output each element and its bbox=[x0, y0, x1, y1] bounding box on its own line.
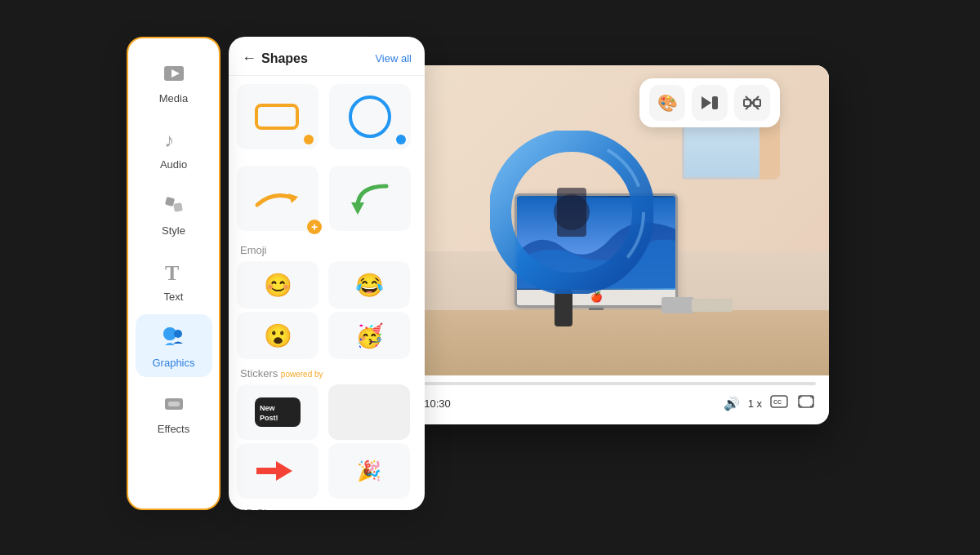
svg-marker-27 bbox=[702, 96, 711, 109]
graphics-label: Graphics bbox=[152, 357, 194, 369]
back-button[interactable]: ← bbox=[242, 50, 256, 67]
media-icon bbox=[158, 58, 189, 89]
shapes-header-left: ← Shapes bbox=[242, 50, 308, 67]
shapes-arrows-grid: + bbox=[229, 158, 425, 239]
stickers-grid: New Post! 🎉 bbox=[229, 381, 425, 502]
powered-by-label: powered by bbox=[281, 370, 323, 379]
shapes-basic-grid bbox=[229, 76, 425, 158]
shapes-header: ← Shapes View all bbox=[229, 37, 425, 76]
sidebar: Media ♪ Audio Style T bbox=[127, 37, 220, 510]
stickers-section-label: Stickers powered by bbox=[229, 362, 425, 381]
effects-label: Effects bbox=[158, 423, 190, 435]
scene: Media ♪ Audio Style T bbox=[0, 0, 980, 555]
emoji-section-label: Emoji bbox=[229, 239, 425, 258]
shape-item-circle[interactable] bbox=[329, 84, 411, 149]
emoji-item-surprised[interactable]: 😮 bbox=[237, 312, 318, 359]
svg-marker-18 bbox=[276, 461, 292, 481]
text-icon: T bbox=[158, 256, 189, 287]
add-dot: + bbox=[307, 220, 322, 234]
svg-text:New: New bbox=[260, 404, 276, 412]
view-all-button[interactable]: View all bbox=[375, 52, 412, 64]
shape-dot-orange bbox=[304, 135, 314, 144]
volume-icon[interactable]: 🔊 bbox=[722, 394, 742, 413]
svg-text:♪: ♪ bbox=[164, 129, 174, 151]
svg-text:Post!: Post! bbox=[260, 414, 278, 422]
shapes-3d-section-label: 3D Shapes bbox=[229, 502, 425, 510]
audio-icon: ♪ bbox=[158, 124, 189, 155]
audio-label: Audio bbox=[160, 158, 187, 171]
captions-icon[interactable]: CC bbox=[768, 393, 790, 413]
emoji-grid: 😊 😂 😮 🥳 bbox=[229, 258, 425, 362]
style-label: Style bbox=[162, 224, 185, 237]
sidebar-item-media[interactable]: Media bbox=[136, 50, 212, 113]
emoji-item-smile[interactable]: 😊 bbox=[237, 261, 318, 309]
svg-rect-10 bbox=[168, 402, 180, 406]
ring-3d bbox=[490, 131, 653, 294]
controls-row: 0:03 / 10:30 🔊 1 x CC bbox=[360, 390, 816, 416]
fullscreen-icon[interactable] bbox=[796, 393, 816, 413]
shape-item-arrow[interactable]: + bbox=[237, 166, 318, 231]
svg-rect-3 bbox=[164, 197, 174, 206]
sidebar-item-effects[interactable]: Effects bbox=[136, 380, 212, 443]
progress-bar[interactable] bbox=[360, 382, 816, 385]
sticker-item-newpost[interactable]: New Post! bbox=[237, 384, 318, 440]
shape-item-arrow-green[interactable] bbox=[329, 166, 411, 231]
text-label: Text bbox=[164, 291, 184, 303]
skip-button[interactable] bbox=[692, 85, 728, 121]
svg-text:CC: CC bbox=[773, 399, 782, 405]
svg-rect-40 bbox=[799, 396, 813, 407]
emoji-item-party[interactable]: 🥳 bbox=[328, 312, 410, 359]
svg-marker-14 bbox=[351, 202, 364, 215]
speed-button[interactable]: 1 x bbox=[748, 397, 762, 410]
sidebar-item-text[interactable]: T Text bbox=[136, 248, 212, 311]
controls-right: 🔊 1 x CC bbox=[722, 393, 816, 413]
emoji-item-laugh[interactable]: 😂 bbox=[328, 261, 410, 309]
graphics-icon bbox=[158, 322, 189, 353]
effects-icon bbox=[158, 388, 189, 420]
sticker-item-arrow-red[interactable] bbox=[237, 443, 318, 499]
svg-rect-11 bbox=[256, 105, 297, 128]
shape-dot-blue bbox=[396, 135, 406, 144]
svg-point-12 bbox=[350, 97, 390, 136]
svg-rect-19 bbox=[256, 468, 278, 474]
sticker-item-party-horn[interactable]: 🎉 bbox=[328, 443, 410, 499]
style-icon bbox=[158, 190, 189, 221]
svg-point-37 bbox=[554, 194, 590, 230]
crop-button[interactable] bbox=[734, 85, 770, 121]
shape-item-rectangle[interactable] bbox=[237, 84, 318, 149]
shapes-panel: ← Shapes View all bbox=[229, 37, 425, 510]
svg-rect-28 bbox=[712, 96, 718, 109]
sticker-item-empty[interactable] bbox=[328, 384, 410, 440]
sidebar-item-audio[interactable]: ♪ Audio bbox=[136, 116, 212, 179]
svg-point-8 bbox=[174, 330, 182, 338]
sidebar-item-style[interactable]: Style bbox=[136, 182, 212, 245]
svg-text:T: T bbox=[165, 261, 179, 284]
svg-rect-4 bbox=[173, 202, 183, 212]
media-label: Media bbox=[159, 92, 188, 104]
shapes-title: Shapes bbox=[261, 51, 308, 66]
toolbar-popup: 🎨 bbox=[639, 78, 780, 127]
sidebar-item-graphics[interactable]: Graphics bbox=[136, 314, 212, 377]
svg-rect-15 bbox=[255, 397, 301, 427]
palette-button[interactable]: 🎨 bbox=[649, 85, 685, 121]
